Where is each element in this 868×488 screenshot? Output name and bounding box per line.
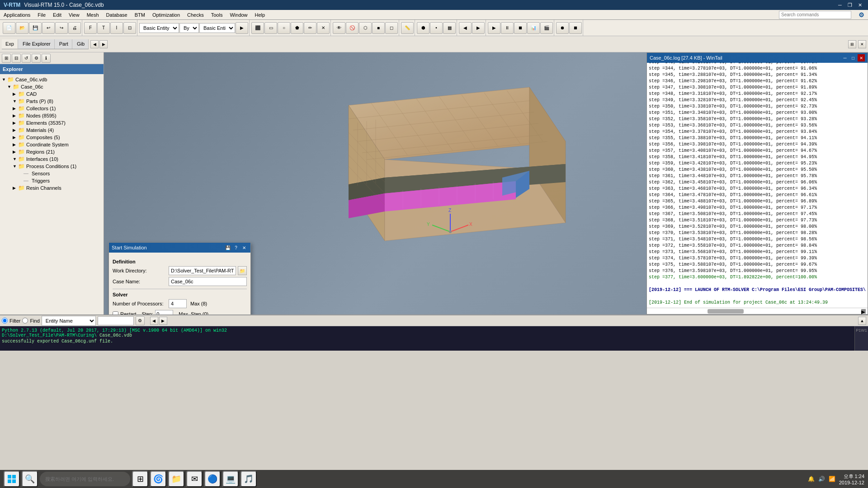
tree-nodes[interactable]: ▶ 📁 Nodes (8595) <box>2 112 102 119</box>
basic-entity-select[interactable]: Basic Enti <box>199 23 235 33</box>
taskbar-edge-btn[interactable]: 🌀 <box>150 471 166 487</box>
rtm-stop-btn[interactable]: ⏹ <box>514 22 527 34</box>
sim-step-input[interactable] <box>155 310 173 314</box>
entity-name-select[interactable]: Entity Name <box>42 316 96 326</box>
rec-stop-btn[interactable]: ⏹ <box>569 22 582 34</box>
panel-nav-prev[interactable]: ◀ <box>90 40 99 48</box>
panel-nav-next[interactable]: ▶ <box>99 40 108 48</box>
menu-checks[interactable]: Checks <box>184 10 208 19</box>
mesh-face-btn[interactable]: ▦ <box>443 22 456 34</box>
explorer-expand-btn[interactable]: ⊞ <box>2 54 11 63</box>
log-window-titlebar[interactable]: Case_06c.log [27.4 KB] - WinTail ─ □ ✕ <box>647 53 868 63</box>
composites-expand-icon[interactable]: ▶ <box>13 135 18 140</box>
sim-case-name-input[interactable] <box>169 277 247 286</box>
tree-triggers[interactable]: — Triggers <box>2 177 102 184</box>
sim-dialog-titlebar[interactable]: Start Simulation 💾 ? ✕ <box>109 243 250 253</box>
sel-poly-btn[interactable]: ⬟ <box>291 22 303 34</box>
toolbar-new-btn[interactable]: 📄 <box>3 22 15 34</box>
right-terminal-panel[interactable]: P1W1 <box>854 326 868 351</box>
tree-process-cond[interactable]: ▼ 📁 Process Conditions (1) <box>2 163 102 170</box>
mesh-node-btn[interactable]: • <box>430 22 443 34</box>
log-maximize-btn[interactable]: □ <box>849 54 857 61</box>
view-top-btn[interactable]: T <box>97 22 110 34</box>
rtm-pause-btn[interactable]: ⏸ <box>501 22 514 34</box>
log-close-btn[interactable]: ✕ <box>858 54 865 61</box>
sel-clear-btn[interactable]: ✕ <box>317 22 330 34</box>
sel-rect-btn[interactable]: ▭ <box>264 22 277 34</box>
taskbar-app-btn[interactable]: 🔵 <box>204 471 221 487</box>
sim-save-btn[interactable]: 💾 <box>224 244 231 251</box>
rec-start-btn[interactable]: ⏺ <box>556 22 569 34</box>
find-radio-label[interactable]: Find <box>22 318 39 324</box>
log-content-area[interactable]: step =337, time=3.208107e+03, DT=1.00000… <box>647 63 868 308</box>
panel-tab-file-explorer[interactable]: File Explorer <box>19 39 55 49</box>
explorer-refresh-btn[interactable]: ↺ <box>22 54 31 63</box>
menu-edit[interactable]: Edit <box>49 10 65 19</box>
util-measure-btn[interactable]: 📏 <box>401 22 414 34</box>
explorer-settings-btn[interactable]: ⚙ <box>32 54 41 63</box>
view-front-btn[interactable]: F <box>84 22 97 34</box>
mesh-edge-btn[interactable]: ⬢ <box>417 22 429 34</box>
toolbar-save-btn[interactable]: 💾 <box>29 22 42 34</box>
menu-mesh[interactable]: Mesh <box>83 10 103 19</box>
sim-work-dir-input[interactable] <box>169 266 236 275</box>
sel-free-btn[interactable]: ✏ <box>304 22 316 34</box>
explorer-info-btn[interactable]: ℹ <box>42 54 51 63</box>
selection-mode-select[interactable]: By <box>179 23 199 33</box>
case-expand-icon[interactable]: ▼ <box>7 84 13 89</box>
menu-applications[interactable]: Applications <box>0 10 34 19</box>
minimize-btn[interactable]: ─ <box>835 1 844 9</box>
start-btn[interactable] <box>4 471 20 487</box>
explorer-collapse-btn[interactable]: ⊟ <box>12 54 21 63</box>
sim-num-proc-input[interactable] <box>169 299 187 308</box>
taskbar-search-btn[interactable]: 🔍 <box>22 471 38 487</box>
bottom-nav-left[interactable]: ◀ <box>150 317 158 325</box>
cad-expand-icon[interactable]: ▶ <box>13 92 18 96</box>
panel-tab-part[interactable]: Part <box>56 39 72 49</box>
menu-window[interactable]: Window <box>226 10 251 19</box>
filter-radio-label[interactable]: Filter <box>2 318 20 324</box>
materials-expand-icon[interactable]: ▶ <box>13 128 18 132</box>
elements-expand-icon[interactable]: ▶ <box>13 121 18 125</box>
vis-wire-btn[interactable]: ⬡ <box>359 22 372 34</box>
tree-elements[interactable]: ▶ 📁 Elements (35357) <box>2 119 102 127</box>
regions-expand-icon[interactable]: ▶ <box>13 150 18 154</box>
sim-close-btn[interactable]: ✕ <box>241 244 248 251</box>
panel-tab-gib[interactable]: Gib <box>73 39 89 49</box>
toolbar-undo-btn[interactable]: ↩ <box>42 22 55 34</box>
tree-interfaces[interactable]: ▼ 📁 Interfaces (10) <box>2 155 102 163</box>
taskbar-taskview-btn[interactable]: ⊞ <box>132 471 148 487</box>
log-scroll-right-btn[interactable]: ▶ <box>861 309 866 314</box>
tree-case[interactable]: ▼ 📁 Case_06c <box>2 83 102 90</box>
interfaces-expand-icon[interactable]: ▼ <box>13 157 18 161</box>
view-fit-btn[interactable]: ⊡ <box>123 22 136 34</box>
tree-parts[interactable]: ▼ 📁 Parts (P) (8) <box>2 98 102 105</box>
taskbar-search-input[interactable] <box>40 472 130 486</box>
viewport-3d[interactable]: X Y Z Start Simulation 💾 ? ✕ <box>104 52 868 314</box>
vis-shade-btn[interactable]: ■ <box>372 22 385 34</box>
panel-close-btn[interactable]: ✕ <box>858 40 866 48</box>
filter-btn[interactable]: ⚙ <box>136 316 145 325</box>
vis-hide-btn[interactable]: 🚫 <box>346 22 359 34</box>
page-next-btn[interactable]: ▶ <box>472 22 485 34</box>
app-icon-btn[interactable]: ⚙ <box>855 11 868 19</box>
panel-float-btn[interactable]: ⊞ <box>848 40 856 48</box>
sim-work-dir-browse-btn[interactable]: 📁 <box>238 266 247 275</box>
tree-regions[interactable]: ▶ 📁 Regions (21) <box>2 148 102 155</box>
nodes-expand-icon[interactable]: ▶ <box>13 113 18 118</box>
close-btn[interactable]: ✕ <box>855 1 864 9</box>
toolbar-redo-btn[interactable]: ↪ <box>55 22 68 34</box>
tree-cad[interactable]: ▶ 📁 CAD <box>2 90 102 98</box>
vis-trans-btn[interactable]: ◻ <box>385 22 398 34</box>
find-radio[interactable] <box>22 318 28 324</box>
bottom-nav-right[interactable]: ▶ <box>159 317 167 325</box>
rtm-anim-btn[interactable]: 🎬 <box>540 22 553 34</box>
menu-help[interactable]: Help <box>251 10 269 19</box>
log-horizontal-scrollbar[interactable]: ▶ <box>647 308 868 314</box>
rtm-sim-btn[interactable]: ▶ <box>488 22 500 34</box>
tree-root[interactable]: ▼ 📁 Case_06c.vdb <box>2 76 102 83</box>
filter-input[interactable] <box>98 316 134 325</box>
process-expand-icon[interactable]: ▼ <box>13 164 18 169</box>
rtm-plot-btn[interactable]: 📊 <box>527 22 540 34</box>
menu-database[interactable]: Database <box>103 10 131 19</box>
